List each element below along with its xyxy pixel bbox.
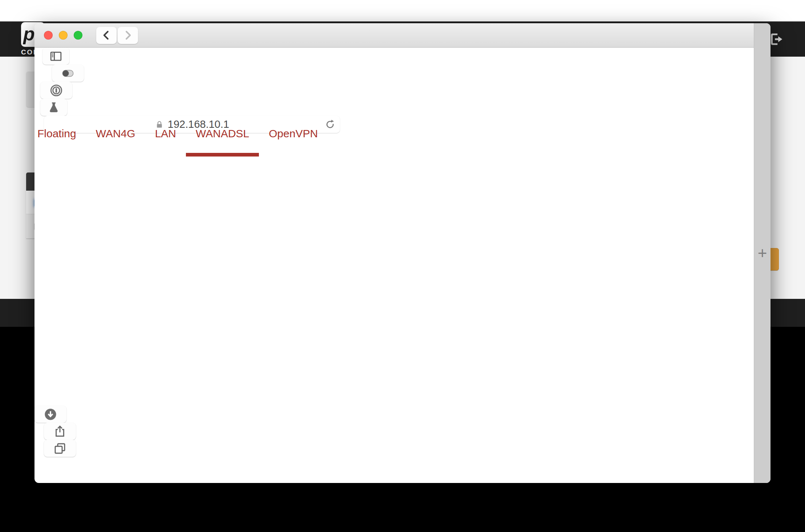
downloads-icon — [44, 407, 57, 421]
zoom-window-button[interactable] — [74, 31, 82, 40]
forward-icon — [122, 29, 134, 41]
browser-titlebar — [34, 23, 771, 48]
share-icon — [53, 425, 67, 438]
tab-wan4g[interactable]: WAN4G — [86, 125, 145, 157]
tab-lan[interactable]: LAN — [145, 125, 186, 157]
toggle-icon — [61, 66, 75, 80]
downloads-button[interactable] — [34, 406, 66, 423]
tab-overview-icon — [53, 442, 67, 455]
page-top-strip — [0, 0, 805, 21]
window-controls — [44, 31, 82, 40]
flask-extension-button[interactable] — [40, 99, 67, 116]
tab-openvpn[interactable]: OpenVPN — [259, 125, 328, 157]
tab-wanadsl[interactable]: WANADSL — [186, 125, 259, 157]
plus-icon: + — [758, 244, 767, 262]
back-icon — [100, 29, 113, 41]
flask-icon — [47, 101, 60, 114]
toggle-extension-button[interactable] — [52, 65, 84, 82]
keyhole-icon — [49, 83, 64, 98]
share-button[interactable] — [44, 423, 76, 440]
tab-floating[interactable]: Floating — [28, 125, 86, 157]
logout-icon[interactable] — [769, 32, 784, 47]
sidebar-button[interactable] — [42, 48, 69, 65]
close-window-button[interactable] — [44, 31, 53, 40]
sidebar-icon — [49, 49, 63, 63]
browser-window: 192.168.10.1 + — [34, 23, 771, 483]
password-extension-button[interactable] — [40, 82, 72, 99]
forward-button[interactable] — [118, 27, 138, 44]
tab-overview-button[interactable] — [44, 440, 76, 457]
back-button[interactable] — [96, 27, 117, 44]
new-tab-button[interactable]: + — [754, 23, 771, 483]
minimize-window-button[interactable] — [59, 31, 68, 40]
